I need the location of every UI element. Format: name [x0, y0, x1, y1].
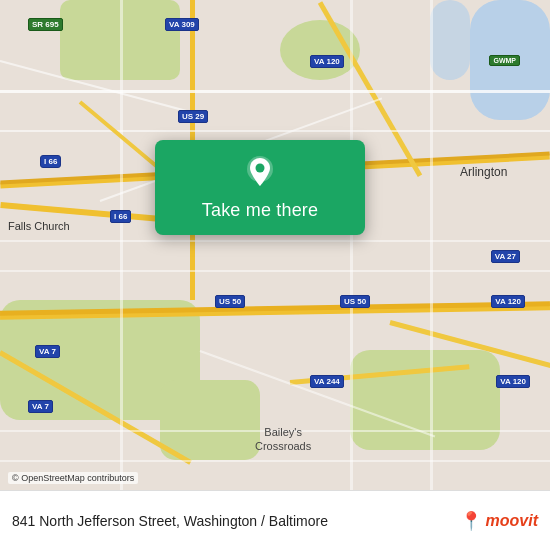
shield-us50-left: US 50 — [215, 295, 245, 308]
shield-va120-br: VA 120 — [491, 295, 525, 308]
shield-us29: US 29 — [178, 110, 208, 123]
shield-va7: VA 7 — [35, 345, 60, 358]
shield-va244: VA 244 — [310, 375, 344, 388]
place-baileys: Bailey'sCrossroads — [255, 425, 311, 454]
map-attribution: © OpenStreetMap contributors — [8, 472, 138, 484]
info-bar: 841 North Jefferson Street, Washington /… — [0, 490, 550, 550]
shield-gwmp: GWMP — [489, 55, 520, 66]
map-view[interactable]: SR 695 VA 309 VA 120 GWMP US 29 I 66 I 6… — [0, 0, 550, 490]
location-pin-icon — [241, 154, 279, 192]
place-falls-church: Falls Church — [8, 220, 70, 233]
navigate-popup[interactable]: Take me there — [155, 140, 365, 235]
shield-i66-lower: I 66 — [110, 210, 131, 223]
moovit-pin-icon: 📍 — [460, 510, 482, 532]
shield-sr695: SR 695 — [28, 18, 63, 31]
moovit-brand-label: moovit — [486, 512, 538, 530]
shield-va27: VA 27 — [491, 250, 520, 263]
shield-va120-top: VA 120 — [310, 55, 344, 68]
shield-va309: VA 309 — [165, 18, 199, 31]
address-label: 841 North Jefferson Street, Washington /… — [12, 513, 328, 529]
take-me-there-button[interactable]: Take me there — [202, 200, 318, 221]
shield-i66-top: I 66 — [40, 155, 61, 168]
shield-va7-bottom: VA 7 — [28, 400, 53, 413]
svg-point-1 — [256, 164, 265, 173]
shield-us50-right: US 50 — [340, 295, 370, 308]
moovit-logo: 📍 moovit — [460, 510, 538, 532]
shield-va120-bottom: VA 120 — [496, 375, 530, 388]
place-arlington: Arlington — [460, 165, 507, 179]
